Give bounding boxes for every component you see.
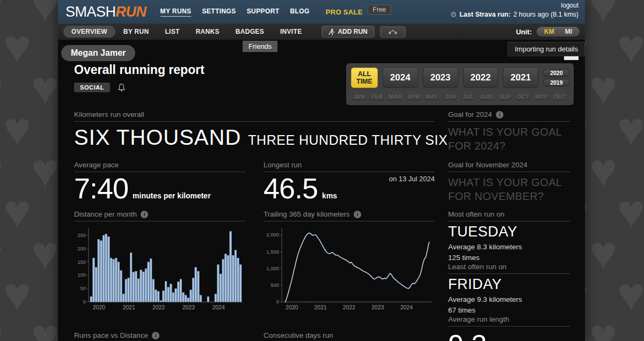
svg-text:100: 100 bbox=[77, 272, 86, 278]
tab-ranks[interactable]: RANKS bbox=[188, 26, 228, 38]
heart-icon: ♥ bbox=[589, 229, 617, 277]
filter-year-2020[interactable]: 2020 bbox=[543, 69, 569, 77]
tab-overview[interactable]: OVERVIEW bbox=[63, 26, 115, 38]
info-icon[interactable]: i bbox=[152, 332, 159, 339]
filter-year-2023[interactable]: 2023 bbox=[423, 68, 458, 88]
svg-text:2024: 2024 bbox=[212, 304, 225, 310]
add-run-label: ADD RUN bbox=[338, 28, 367, 35]
tab-list[interactable]: LIST bbox=[157, 26, 187, 38]
least-often-label: Least often run on bbox=[448, 263, 507, 271]
heart-icon: ♥ bbox=[589, 0, 617, 29]
scale-icon bbox=[388, 29, 398, 34]
add-run-button[interactable]: ADD RUN bbox=[321, 26, 374, 38]
logout-link[interactable]: logout bbox=[450, 2, 579, 9]
filter-all-time-button[interactable]: ALL TIME bbox=[351, 68, 378, 88]
info-icon[interactable]: i bbox=[354, 211, 361, 218]
pace-vs-distance-label: Runs pace vs Distance bbox=[74, 331, 148, 339]
svg-text:2022: 2022 bbox=[152, 304, 165, 310]
heart-icon: ♥ bbox=[31, 312, 59, 341]
svg-text:1,000: 1,000 bbox=[266, 265, 279, 271]
account-area: logout ⚙ Last Strava run: 2 hours ago (8… bbox=[450, 2, 579, 19]
unit-km-option[interactable]: KM bbox=[544, 28, 554, 35]
filter-month-jun[interactable]: JUN bbox=[442, 92, 458, 101]
most-often-day: TUESDAY bbox=[448, 224, 570, 240]
filter-month-mar[interactable]: MAR bbox=[387, 92, 403, 101]
gear-icon[interactable]: ⚙ bbox=[450, 10, 457, 19]
info-icon[interactable]: i bbox=[496, 111, 503, 118]
filter-year-2019[interactable]: 2019 bbox=[543, 79, 569, 87]
most-often-stat: Most often run on TUESDAY Average 8.3 ki… bbox=[448, 210, 570, 263]
trailing-365-section: Trailing 365 day kilometers i 05001,0001… bbox=[264, 210, 435, 331]
friends-tab[interactable]: Friends bbox=[243, 41, 277, 52]
heart-icon: ♥ bbox=[3, 271, 31, 318]
bell-icon[interactable] bbox=[118, 83, 126, 92]
distance-per-month-section: Distance per month i 0501001502002502020… bbox=[74, 210, 245, 331]
runner-name-badge[interactable]: Megan Jamer bbox=[61, 45, 135, 61]
filter-year-2022[interactable]: 2022 bbox=[463, 68, 499, 88]
longest-run-unit: kms bbox=[322, 191, 337, 200]
nav-link-blog[interactable]: BLOG bbox=[290, 8, 309, 17]
heart-icon: ♥ bbox=[3, 106, 31, 153]
goal-november-placeholder[interactable]: WHAT IS YOUR GOAL FOR NOVEMBER? bbox=[448, 176, 570, 203]
smashrun-logo[interactable]: SMASHRUN bbox=[65, 4, 147, 20]
filter-month-feb[interactable]: FEB bbox=[369, 92, 385, 101]
svg-text:50: 50 bbox=[80, 285, 86, 291]
heart-icon: ♥ bbox=[31, 0, 59, 29]
unit-mi-option[interactable]: MI bbox=[565, 28, 572, 35]
filter-month-jan[interactable]: JAN bbox=[351, 92, 367, 101]
import-progress-bar bbox=[564, 56, 579, 60]
filter-month-apr[interactable]: APR bbox=[406, 92, 421, 101]
nav-link-support[interactable]: SUPPORT bbox=[247, 8, 280, 17]
nav-link-my-runs[interactable]: MY RUNS bbox=[160, 8, 192, 17]
filter-year-2021[interactable]: 2021 bbox=[503, 68, 538, 88]
heart-icon: ♥ bbox=[589, 147, 617, 194]
pro-sale-link[interactable]: PRO SALE bbox=[326, 8, 363, 16]
last-run-value: 2 hours ago (8.1 kms) bbox=[513, 11, 579, 18]
last-run-label: Last Strava run: bbox=[459, 11, 510, 18]
free-plan-badge[interactable]: Free bbox=[368, 5, 392, 14]
tab-invite[interactable]: INVITE bbox=[272, 26, 310, 38]
goal-2024-placeholder[interactable]: WHAT IS YOUR GOAL FOR 2024? bbox=[448, 125, 570, 153]
overall-distance-value-words: SIX THOUSAND bbox=[74, 125, 241, 150]
unit-selector: Unit: KM MI bbox=[516, 27, 580, 36]
average-pace-label: Average pace bbox=[74, 161, 119, 169]
heart-icon: ♥ bbox=[31, 64, 59, 112]
social-badge[interactable]: SOCIAL bbox=[74, 83, 110, 92]
average-run-length-stat: Average run length 9.3 bbox=[448, 315, 570, 341]
filter-month-oct[interactable]: OCT bbox=[515, 92, 531, 101]
average-pace-unit: minutes per kilometer bbox=[133, 191, 211, 200]
last-strava-run-status: ⚙ Last Strava run: 2 hours ago (8.1 kms) bbox=[450, 10, 579, 19]
least-often-stat: Least often run on FRIDAY Average 9.3 ki… bbox=[448, 263, 570, 315]
tab-badges[interactable]: BADGES bbox=[228, 26, 272, 38]
least-often-average: Average 9.3 kilometers bbox=[448, 294, 570, 305]
nav-link-settings[interactable]: SETTINGS bbox=[202, 8, 236, 17]
goal-2024-stat: Goal for 2024 i WHAT IS YOUR GOAL FOR 20… bbox=[448, 110, 570, 161]
filter-month-sep[interactable]: SEP bbox=[497, 92, 513, 101]
filter-month-dec[interactable]: DEC bbox=[552, 92, 567, 101]
unit-toggle[interactable]: KM MI bbox=[537, 27, 580, 36]
filter-month-aug[interactable]: AUG bbox=[479, 92, 494, 101]
filter-month-may[interactable]: MAY bbox=[424, 92, 440, 101]
most-often-times: 125 times bbox=[448, 253, 570, 263]
overall-distance-stat: Kilometers run overall SIX THOUSAND THRE… bbox=[74, 110, 435, 161]
filter-year-2024[interactable]: 2024 bbox=[383, 68, 418, 88]
filter-month-nov[interactable]: NOV bbox=[533, 92, 549, 101]
trailing-365-chart: 05001,0001,5002,00020202021202220232024 bbox=[264, 224, 435, 314]
logo-run-text: RUN bbox=[116, 4, 147, 20]
filter-month-jul[interactable]: JUL bbox=[460, 92, 476, 101]
info-icon[interactable]: i bbox=[141, 211, 148, 218]
distance-per-month-label: Distance per month bbox=[74, 210, 137, 218]
svg-text:1,500: 1,500 bbox=[266, 249, 279, 255]
compare-runners-button[interactable] bbox=[380, 26, 406, 38]
charts-row: Distance per month i 0501001502002502020… bbox=[74, 210, 435, 331]
app-window: SMASHRUN MY RUNSSETTINGSSUPPORTBLOG PRO … bbox=[58, 0, 585, 341]
social-row: SOCIAL bbox=[74, 83, 126, 92]
svg-text:2020: 2020 bbox=[93, 304, 106, 310]
tab-by-run[interactable]: BY RUN bbox=[115, 26, 157, 38]
page-title: Overall running report bbox=[74, 63, 204, 77]
runner-icon bbox=[328, 28, 334, 35]
heart-icon: ♥ bbox=[3, 23, 31, 70]
primary-nav: MY RUNSSETTINGSSUPPORTBLOG bbox=[160, 8, 310, 17]
svg-text:2021: 2021 bbox=[122, 304, 135, 310]
goal-2024-label: Goal for 2024 bbox=[448, 110, 492, 118]
